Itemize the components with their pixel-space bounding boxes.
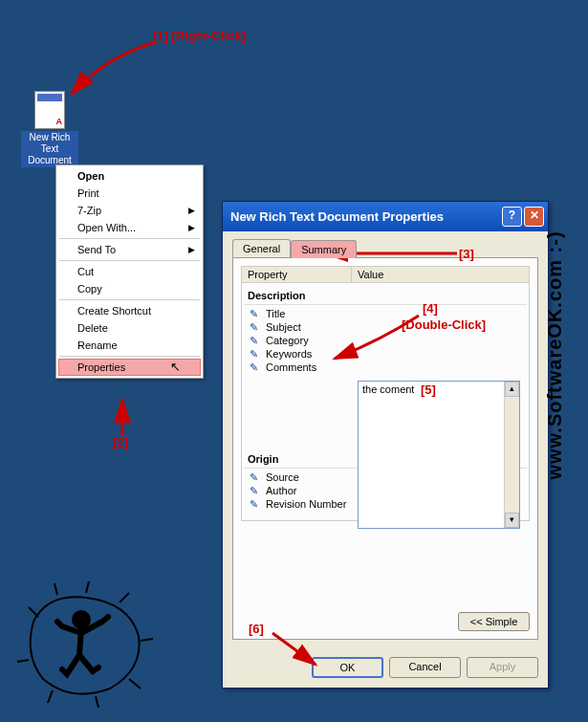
desktop-icon-label: New Rich Text Document [21, 131, 78, 167]
cursor-icon: ↖ [170, 360, 181, 374]
menu-send-to[interactable]: Send To▶ [58, 241, 201, 258]
cancel-button[interactable]: Cancel [389, 657, 461, 678]
dialog-titlebar[interactable]: New Rich Text Document Properties ? ✕ [223, 202, 548, 231]
scroll-down-icon[interactable]: ▾ [505, 513, 519, 528]
col-property[interactable]: Property [242, 267, 352, 282]
apply-button[interactable]: Apply [467, 657, 538, 678]
prop-keywords[interactable]: Keywords [244, 347, 527, 361]
tab-general[interactable]: General [232, 239, 291, 257]
annotation-2: [2] [113, 435, 128, 449]
dialog-buttons: OK Cancel Apply [223, 649, 548, 688]
edit-icon [250, 471, 263, 483]
chevron-right-icon: ▶ [188, 206, 195, 215]
comments-textarea[interactable]: the coment ▴ ▾ [358, 381, 520, 529]
edit-icon [250, 335, 263, 346]
menu-rename[interactable]: Rename [58, 337, 201, 354]
group-description: Description [244, 287, 527, 305]
property-headers: Property Value [241, 266, 530, 283]
menu-7zip[interactable]: 7-Zip▶ [58, 202, 201, 219]
tabs: General Summary [232, 239, 538, 257]
col-value[interactable]: Value [352, 267, 529, 282]
help-button[interactable]: ? [502, 207, 522, 227]
menu-cut[interactable]: Cut [58, 263, 201, 280]
menu-delete[interactable]: Delete [58, 319, 201, 337]
menu-open[interactable]: Open [58, 167, 201, 185]
menu-copy[interactable]: Copy [58, 280, 201, 297]
comments-value: the coment [362, 383, 414, 395]
menu-properties[interactable]: Properties↖ [58, 359, 201, 376]
menu-create-shortcut[interactable]: Create Shortcut [58, 302, 201, 319]
chevron-right-icon: ▶ [188, 245, 195, 254]
cartoon-figure [14, 574, 158, 708]
edit-icon [250, 321, 263, 333]
annotation-4: [4] [423, 301, 438, 316]
desktop-file-icon[interactable]: New Rich Text Document [21, 91, 78, 167]
edit-icon [250, 308, 263, 319]
annotation-5: [5] [421, 383, 436, 397]
edit-icon [250, 361, 263, 373]
properties-dialog: New Rich Text Document Properties ? ✕ Ge… [222, 201, 549, 689]
context-menu: Open Print 7-Zip▶ Open With...▶ Send To▶… [55, 164, 204, 379]
scrollbar[interactable]: ▴ ▾ [504, 382, 519, 528]
annotation-1: [1] [Right-Click] [153, 29, 246, 43]
annotation-4b: [Double-Click] [402, 317, 486, 332]
edit-icon [250, 498, 263, 510]
ok-button[interactable]: OK [312, 657, 383, 678]
menu-open-with[interactable]: Open With...▶ [58, 219, 201, 236]
edit-icon [250, 485, 263, 496]
close-button[interactable]: ✕ [524, 207, 544, 227]
menu-separator [59, 238, 200, 239]
scroll-up-icon[interactable]: ▴ [505, 382, 519, 397]
menu-separator [59, 356, 200, 357]
chevron-right-icon: ▶ [188, 223, 195, 232]
prop-comments[interactable]: Comments [244, 361, 527, 374]
annotation-6: [6] [249, 622, 264, 636]
rtf-file-icon [34, 91, 65, 129]
menu-separator [59, 260, 200, 261]
prop-category[interactable]: Category [244, 334, 527, 347]
edit-icon [250, 348, 263, 360]
menu-print[interactable]: Print [58, 185, 201, 202]
dialog-title: New Rich Text Document Properties [230, 209, 500, 224]
simple-button[interactable]: << Simple [458, 612, 530, 631]
watermark: www.SoftwareOK.com :-) [543, 230, 565, 479]
tab-panel: Property Value Description Title Subject… [232, 257, 538, 640]
tab-summary[interactable]: Summary [291, 240, 357, 258]
menu-separator [59, 299, 200, 300]
